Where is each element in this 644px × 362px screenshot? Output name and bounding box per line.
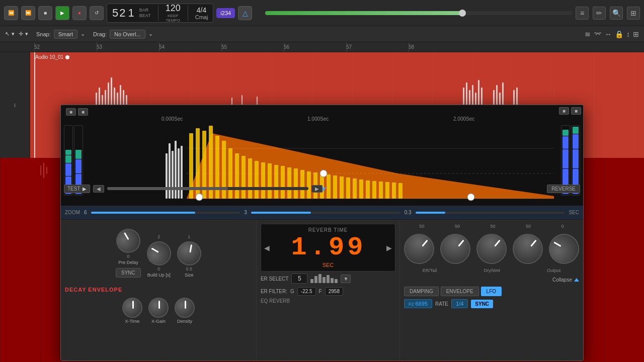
output-scale-row: ER/Tail Dry/Wet Output — [404, 268, 579, 273]
ruler-mark-52: 52 — [34, 42, 40, 52]
envelope-display: ■ ■ ■ ■ 0.000Sec 1.000Sec 2.000Sec — [61, 105, 583, 206]
zoom-fill — [91, 212, 196, 214]
ruler-mark-55: 55 — [221, 42, 227, 52]
pre-delay-knob[interactable] — [112, 224, 145, 257]
density-knob[interactable] — [175, 298, 195, 318]
right-bottom-row: Collapse — [404, 277, 579, 283]
output-knob[interactable] — [543, 228, 584, 269]
list-icon[interactable]: ≡ — [576, 7, 589, 20]
top-toolbar: ⏪ ⏩ ■ ▶ ● ↺ 52 1 BAR BEAT 120 KEEP TEMPO… — [0, 0, 644, 26]
er-filter-f-value[interactable]: 2958 — [325, 287, 343, 296]
settings-icon[interactable]: ⊞ — [627, 7, 640, 20]
er-indicator — [422, 240, 428, 247]
env-right-btn-2[interactable]: ■ — [571, 107, 581, 115]
size-knob[interactable] — [175, 239, 203, 267]
drag-value[interactable]: No Overl... — [110, 30, 145, 39]
lfo-tab[interactable]: LFO — [481, 287, 502, 296]
bottom-section: DAMPING ENVELOPE LFO F2 6695 RATE 1/4 SY… — [404, 287, 579, 308]
x-gain-indicator — [158, 301, 160, 309]
envelope-tab[interactable]: ENVELOPE — [441, 287, 479, 296]
lfo-sync-button[interactable]: SYNC — [471, 300, 493, 308]
ruler-mark-56: 56 — [284, 42, 289, 52]
zoom-track[interactable] — [91, 212, 240, 214]
zoom-sec: SEC — [569, 210, 579, 215]
volume-knob[interactable] — [459, 10, 466, 17]
tempo-label: TEMPO — [166, 18, 181, 23]
tempo-block: 120 KEEP TEMPO — [166, 3, 181, 23]
divider — [158, 6, 158, 21]
expand-v-icon[interactable]: ↕ — [626, 30, 630, 38]
env-btn-1[interactable]: ■ — [66, 108, 76, 116]
tail-knob[interactable] — [434, 228, 477, 270]
size-group: 1 0.5 Size — [177, 234, 201, 278]
zoom-fill-3 — [416, 212, 445, 214]
wet-scale: 50 — [526, 224, 531, 229]
eq-reverb-label: EQ REVERB — [261, 297, 395, 305]
record-button[interactable]: ● — [72, 6, 87, 20]
er-bar-7 — [335, 279, 338, 283]
wet-knob[interactable] — [507, 228, 549, 270]
zoom-track-3[interactable] — [416, 212, 565, 214]
output-label: Output — [547, 268, 560, 273]
output-knob-group — [549, 234, 579, 264]
edit-icon[interactable]: ✏ — [593, 7, 606, 20]
forward-button[interactable]: ⏩ — [21, 6, 35, 20]
x-gain-knob[interactable] — [148, 298, 169, 318]
play-button[interactable]: ▶ — [55, 6, 69, 20]
collapse-button[interactable]: Collapse — [552, 277, 579, 283]
cycle-button[interactable]: ↺ — [90, 6, 104, 20]
er-knob[interactable] — [398, 228, 441, 270]
reverb-down-button[interactable]: ◀ — [264, 244, 270, 252]
search-icon[interactable]: 🔍 — [610, 7, 623, 20]
dry-indicator — [494, 240, 501, 247]
tool-selector[interactable]: ↖ ▾ ✛ ▾ — [5, 31, 28, 37]
size-value: 0.5 — [186, 266, 193, 272]
waveform-icon[interactable]: ≋ — [585, 30, 591, 38]
align-icon[interactable]: ⌤ — [594, 30, 602, 38]
wet-knob-group — [513, 234, 543, 264]
zoom-val-3: 3 — [244, 210, 247, 215]
output-scale: 0 — [561, 224, 564, 229]
left-controls: 0 Pre Delay SYNC 2 0 Build Up [s] — [61, 220, 257, 361]
x-gain-label: X-Gain — [151, 319, 166, 324]
dry-knob-group — [476, 234, 507, 264]
reverb-up-button[interactable]: ▶ — [386, 244, 392, 252]
expand-h-icon[interactable]: ↔ — [605, 30, 612, 38]
env-btn-2[interactable]: ■ — [78, 108, 88, 116]
reverb-display: REVERB TIME ◀ 1 . 9 9 ▶ SEC — [261, 224, 395, 272]
env-arrow-left[interactable]: ◀ — [93, 185, 104, 193]
dry-knob[interactable] — [470, 228, 513, 270]
rewind-button[interactable]: ⏪ — [4, 6, 18, 20]
stop-button[interactable]: ■ — [38, 6, 52, 20]
env-right-btn-1[interactable]: ■ — [559, 107, 569, 115]
grid-icon[interactable]: ⊞ — [633, 30, 639, 38]
er-select-value[interactable]: 5 — [291, 274, 307, 284]
build-up-knob[interactable] — [142, 237, 176, 270]
x-time-knob[interactable] — [122, 298, 142, 318]
snap-value[interactable]: Smart — [54, 30, 77, 39]
volume-bar[interactable] — [265, 11, 573, 15]
decay-envelope-section: DECAY ENVELOPE X-Time X-Gain — [65, 287, 252, 327]
lfo-rate-value[interactable]: 1/4 — [451, 299, 468, 308]
sync-button[interactable]: SYNC — [116, 268, 141, 278]
metronome-button[interactable]: △ — [238, 6, 252, 20]
timeline-ruler: 52 53 54 55 56 57 58 — [0, 42, 644, 52]
damping-tab[interactable]: DAMPING — [404, 287, 439, 296]
test-label: TEST — [67, 186, 80, 192]
lcd-button[interactable]: i234 — [216, 8, 235, 18]
reverse-button[interactable]: REVERSE — [547, 185, 580, 193]
er-dropdown-button[interactable]: ▼ — [341, 275, 351, 283]
add-icon: ✛ — [19, 31, 23, 37]
x-time-label: X-Time — [125, 319, 140, 324]
test-button[interactable]: TEST ▶ — [64, 185, 90, 193]
svg-rect-29 — [46, 167, 47, 174]
main-area: 1 Audio 10_01 — [0, 52, 644, 362]
zoom-track-2[interactable] — [251, 212, 400, 214]
lock-icon[interactable]: 🔒 — [615, 30, 623, 38]
er-filter-g-value[interactable]: -22.5 — [297, 287, 316, 296]
ruler-mark-57: 57 — [346, 42, 352, 52]
pre-delay-value: 0 — [127, 254, 129, 259]
env-scrollbar[interactable] — [107, 187, 308, 190]
env-arrow-right[interactable]: ▶ — [311, 185, 323, 193]
build-up-label: Build Up [s] — [147, 273, 171, 278]
